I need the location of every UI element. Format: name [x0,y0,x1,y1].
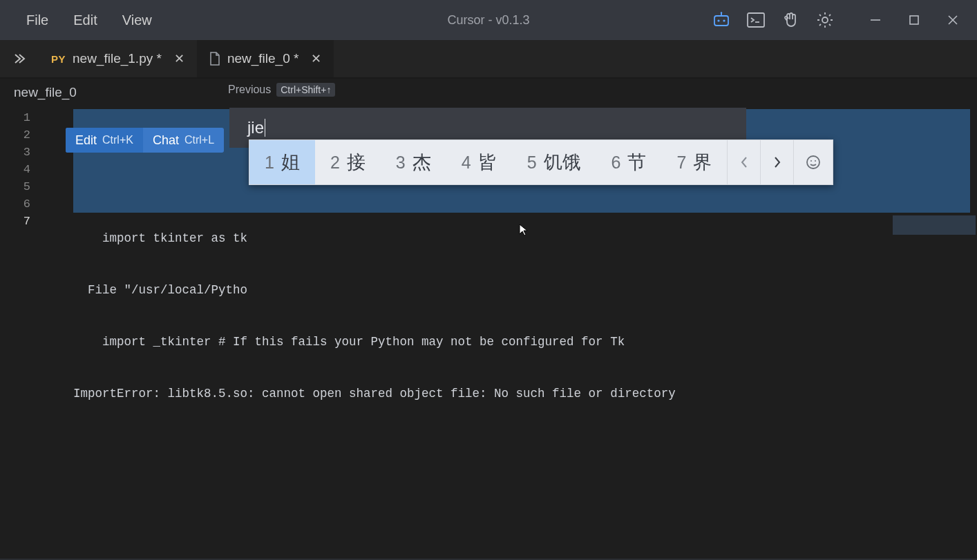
window-title: Cursor - v0.1.3 [447,13,529,28]
ime-candidate-bar: 1 姐 2 接 3 杰 4 皆 5 饥饿 6 节 7 界 [249,139,833,185]
inline-actions-popup: Edit Ctrl+K Chat Ctrl+L [66,128,224,153]
svg-point-13 [810,160,812,162]
ai-robot-icon[interactable] [712,10,731,30]
minimize-icon[interactable] [865,10,886,30]
breadcrumb[interactable]: new_file_0 [14,85,77,100]
tab-close-icon[interactable]: ✕ [305,51,321,66]
line-number: 2 [0,126,30,144]
line-number: 6 [0,195,30,213]
menu-file[interactable]: File [14,8,61,32]
ime-candidate-index: 1 [265,153,274,173]
svg-point-2 [723,19,725,21]
svg-point-12 [807,156,819,168]
code-line: import _tkinter # If this fails your Pyt… [46,334,977,351]
ime-candidate[interactable]: 2 接 [315,140,381,184]
inline-edit-label: Edit [75,133,97,148]
tab-label: new_file_1.py * [73,51,162,66]
ime-candidate[interactable]: 1 姐 [249,140,315,184]
ime-candidate-index: 5 [527,153,537,173]
ime-candidate-text: 皆 [478,150,497,175]
breadcrumb-bar: new_file_0 Previous Ctrl+Shift+↑ [0,79,977,106]
close-icon[interactable] [942,10,963,30]
previous-label: Previous [228,84,271,96]
tab-close-icon[interactable]: ✕ [169,51,184,66]
line-number: 3 [0,144,30,161]
ime-candidate[interactable]: 6 节 [596,140,662,184]
svg-point-7 [822,17,828,23]
svg-rect-5 [748,13,764,27]
tab-label: new_file_0 * [227,51,299,66]
inline-edit-shortcut: Ctrl+K [102,134,133,146]
line-gutter: 1 2 3 4 5 6 7 [0,106,46,559]
ime-prev-page-icon[interactable] [728,140,761,184]
svg-rect-0 [714,16,728,26]
ime-candidate-index: 6 [611,153,621,173]
inline-edit-button[interactable]: Edit Ctrl+K [66,128,143,153]
ime-candidate[interactable]: 5 饥饿 [512,140,596,184]
titlebar-actions [712,10,971,30]
code-line: File "/usr/local/Pytho [46,282,977,299]
ime-candidate-index: 4 [462,153,471,173]
menu-edit[interactable]: Edit [61,8,109,32]
ime-candidate-index: 3 [396,153,406,173]
previous-shortcut: Ctrl+Shift+↑ [276,83,335,97]
tab-new-file-0[interactable]: new_file_0 * ✕ [197,40,334,77]
svg-point-14 [815,160,816,162]
settings-gear-icon[interactable] [815,10,835,30]
line-number: 7 [0,213,30,230]
menu-view[interactable]: View [110,8,164,32]
ime-candidate-text: 姐 [281,150,300,175]
ime-candidate-text: 饥饿 [544,150,581,175]
inline-chat-label: Chat [153,133,179,148]
line-number: 1 [0,109,30,126]
code-line: import tkinter as tk [46,230,977,247]
line-number: 4 [0,161,30,178]
tab-new-file-1[interactable]: PY new_file_1.py * ✕ [39,40,197,77]
tabstrip: PY new_file_1.py * ✕ new_file_0 * ✕ [0,40,977,79]
svg-point-4 [721,12,722,13]
ime-input-text: jie [247,118,264,137]
ime-candidate-text: 接 [347,150,366,175]
ime-candidate-text: 杰 [412,150,431,175]
inline-chat-shortcut: Ctrl+L [184,134,214,146]
sidebar-toggle-icon[interactable] [0,40,39,77]
titlebar: File Edit View Cursor - v0.1.3 [0,0,977,40]
svg-rect-9 [910,16,918,24]
inline-chat-button[interactable]: Chat Ctrl+L [143,128,224,153]
ime-candidate[interactable]: 3 杰 [381,140,446,184]
ime-next-page-icon[interactable] [761,140,794,184]
line-number: 5 [0,178,30,195]
previous-hint[interactable]: Previous Ctrl+Shift+↑ [228,83,335,97]
menubar: File Edit View [6,8,164,32]
ime-candidate-text: 界 [693,150,712,175]
generic-file-icon [209,52,220,66]
ime-candidate[interactable]: 7 界 [661,140,727,184]
ime-nav [727,140,833,184]
svg-point-1 [717,19,719,21]
ime-candidate-index: 2 [330,153,340,173]
ime-emoji-icon[interactable] [794,154,833,171]
ime-candidate-index: 7 [676,153,686,173]
terminal-panel-icon[interactable] [746,10,766,30]
ime-candidate[interactable]: 4 皆 [446,140,512,184]
maximize-icon[interactable] [904,10,924,30]
wave-hand-icon[interactable] [781,10,800,30]
python-file-icon: PY [51,53,66,65]
window-controls [865,10,963,30]
code-line: ImportError: libtk8.5.so: cannot open sh… [46,385,977,403]
ime-candidate-text: 节 [627,150,646,175]
text-caret [265,119,265,137]
